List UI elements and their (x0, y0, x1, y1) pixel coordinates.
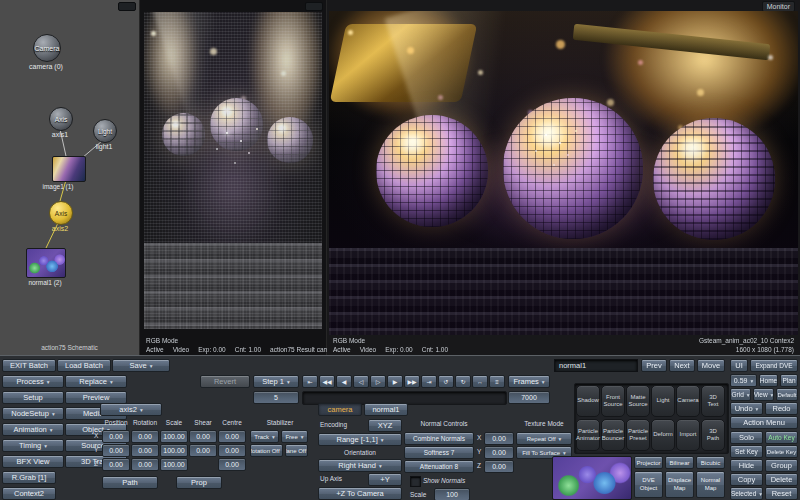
current-frame-field[interactable]: 5 (253, 391, 299, 404)
ping-pong-button[interactable]: ↔ (472, 375, 488, 388)
attenuation-button[interactable]: Attenuation 8 (404, 460, 474, 473)
bin-camera-node[interactable]: Camera (676, 385, 700, 417)
node-setup-button[interactable]: NodeSetup (2, 407, 64, 420)
schematic-node-axis2[interactable]: Axis (49, 201, 73, 225)
exit-batch-button[interactable]: EXIT Batch (2, 359, 56, 372)
next-object-button[interactable]: Next (669, 359, 695, 372)
tab-camera[interactable]: camera (318, 403, 362, 416)
position-y-field[interactable]: 0.00 (102, 444, 130, 457)
step-back-button[interactable]: ◁ (353, 375, 369, 388)
hide-button[interactable]: Hide (730, 459, 763, 472)
bin-shadow-node[interactable]: Shadow (576, 385, 600, 417)
replace-dropdown[interactable]: Replace (65, 375, 127, 388)
solo-button[interactable]: Solo (730, 431, 763, 444)
load-batch-button[interactable]: Load Batch (57, 359, 111, 372)
auto-key-button[interactable]: Auto Key (765, 431, 798, 444)
range-dropdown[interactable]: Range [-1,1] (318, 433, 402, 446)
schematic-node-normal1-thumbnail[interactable] (26, 248, 66, 278)
animation-button[interactable]: Animation (2, 423, 64, 436)
bicubic-button[interactable]: Bicubic (696, 456, 725, 469)
loop-button[interactable]: ↻ (455, 375, 471, 388)
fast-reverse-button[interactable]: ◀◀ (319, 375, 335, 388)
end-frame-field[interactable]: 7000 (508, 391, 550, 404)
frames-dropdown[interactable]: Frames (508, 375, 550, 388)
normal-x-field[interactable]: 0.00 (484, 432, 514, 445)
bin-particle-bouncer-node[interactable]: Particle Bouncer (601, 419, 625, 451)
schematic-node-image1-thumbnail[interactable] (52, 156, 86, 182)
encoding-value-button[interactable]: XYZ (368, 419, 402, 432)
result-active-label[interactable]: Active (146, 346, 164, 353)
monitor-video-label[interactable]: Video (360, 346, 377, 353)
step-dropdown[interactable]: Step 1 (253, 375, 299, 388)
copy-button[interactable]: Copy (730, 473, 763, 486)
zoom-factor-field[interactable]: 0.59 (730, 374, 757, 387)
bin-3d-text-node[interactable]: 3D Text (701, 385, 725, 417)
bin-front-source-node[interactable]: Front Source (601, 385, 625, 417)
position-x-field[interactable]: 0.00 (102, 430, 130, 443)
projector-button[interactable]: Projector (634, 456, 663, 469)
prev-object-button[interactable]: Prev (641, 359, 667, 372)
path-button[interactable]: Path (102, 476, 158, 489)
revert-button[interactable]: Revert (200, 375, 250, 388)
centre-y-field[interactable]: 0.00 (218, 444, 246, 457)
stabilizer-rotation-mode-dropdown[interactable]: Rotation Off (250, 444, 283, 457)
home-view-button[interactable]: Home (759, 374, 778, 387)
timing-button[interactable]: Timing (2, 439, 64, 452)
delete-button[interactable]: Delete (765, 473, 798, 486)
default-view-button[interactable]: Default (776, 388, 798, 401)
save-button[interactable]: Save (112, 359, 170, 372)
position-z-field[interactable]: 0.00 (102, 458, 130, 471)
play-reverse-button[interactable]: ◀ (336, 375, 352, 388)
stabilizer-track-dropdown[interactable]: Track (250, 430, 279, 443)
up-axis-value-button[interactable]: +Y (368, 473, 402, 486)
bin-matte-source-node[interactable]: Matte Source (626, 385, 650, 417)
scale-x-field[interactable]: 100.00 (160, 430, 188, 443)
stabilizer-free-dropdown[interactable]: Free (281, 430, 308, 443)
rotation-x-field[interactable]: 0.00 (131, 430, 159, 443)
rotation-y-field[interactable]: 0.00 (131, 444, 159, 457)
schematic-node-light1[interactable]: Light (93, 119, 117, 143)
current-object-name-field[interactable]: normal1 (554, 359, 638, 372)
go-to-start-button[interactable]: ⇤ (302, 375, 318, 388)
view-dropdown[interactable]: View (753, 388, 774, 401)
bilinear-button[interactable]: Bilinear (665, 456, 694, 469)
monitor-contrast-value[interactable]: Cnt: 1.00 (422, 346, 448, 353)
axis-node-dropdown[interactable]: axis2 (100, 403, 162, 416)
scale-z-field[interactable]: 100.00 (160, 458, 188, 471)
fast-forward-button[interactable]: ▶▶ (404, 375, 420, 388)
shear-x-field[interactable]: 0.00 (189, 430, 217, 443)
schematic-corner-controls[interactable] (118, 2, 136, 11)
combine-normals-button[interactable]: Combine Normals (404, 432, 474, 445)
move-object-button[interactable]: Move (697, 359, 725, 372)
bin-particle-animator-node[interactable]: Particle Animator (576, 419, 600, 451)
action-menu-button[interactable]: Action Menu (730, 416, 798, 429)
bfx-view-button[interactable]: BFX View (2, 455, 64, 468)
result-corner-controls[interactable] (305, 2, 323, 11)
schematic-node-axis1[interactable]: Axis (49, 107, 73, 131)
expand-dve-button[interactable]: Expand DVE (750, 359, 798, 372)
bin-particle-preset-node[interactable]: Particle Preset (626, 419, 650, 451)
displace-map-button[interactable]: Displace Map (665, 471, 694, 498)
process-button[interactable]: Process (2, 375, 64, 388)
undo-button[interactable]: Undo (730, 402, 763, 415)
delete-key-button[interactable]: Delete Key (765, 445, 798, 458)
bin-import-node[interactable]: Import (676, 419, 700, 451)
context2-button[interactable]: Context2 (2, 487, 56, 500)
step-forward-button[interactable]: ▷ (370, 375, 386, 388)
schematic-node-camera[interactable]: Camera (33, 34, 61, 62)
normal-y-field[interactable]: 0.00 (484, 446, 514, 459)
result-video-label[interactable]: Video (173, 346, 190, 353)
repeat-mode-dropdown[interactable]: Repeat Off (516, 432, 572, 445)
centre-x-field[interactable]: 0.00 (218, 430, 246, 443)
bin-3d-path-node[interactable]: 3D Path (701, 419, 725, 451)
show-normals-checkbox[interactable] (410, 476, 421, 487)
normal-map-preview[interactable] (552, 456, 632, 500)
play-button[interactable]: ▶ (387, 375, 403, 388)
go-to-end-button[interactable]: ⇥ (421, 375, 437, 388)
loop-reverse-button[interactable]: ↺ (438, 375, 454, 388)
group-button[interactable]: Group (765, 459, 798, 472)
grid-dropdown[interactable]: Grid (730, 388, 751, 401)
prop-button[interactable]: Prop (176, 476, 222, 489)
bin-light-node[interactable]: Light (651, 385, 675, 417)
rotation-z-field[interactable]: 0.00 (131, 458, 159, 471)
